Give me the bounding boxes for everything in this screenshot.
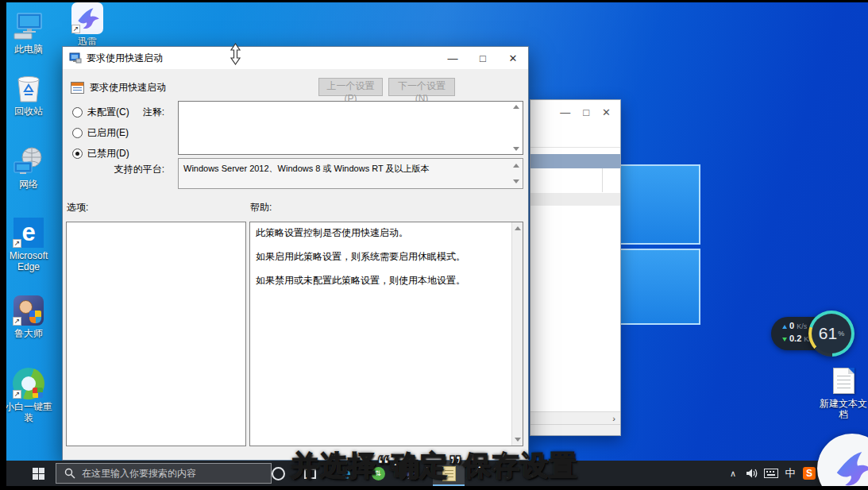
policy-setting-icon xyxy=(71,82,84,94)
close-button[interactable]: ✕ xyxy=(498,47,528,69)
shortcut-arrow-icon: ↗ xyxy=(71,25,80,33)
edge-icon: e ↗ xyxy=(13,218,44,248)
column-divider xyxy=(602,168,603,192)
progress-percent-unit: % xyxy=(838,330,844,338)
vertical-scrollbar[interactable] xyxy=(511,222,523,446)
horizontal-scrollbar[interactable]: › xyxy=(530,411,620,424)
radio-disabled[interactable]: 已禁用(D) xyxy=(72,147,129,160)
comment-textarea[interactable] xyxy=(178,101,523,155)
close-button[interactable]: ✕ xyxy=(602,106,611,118)
help-panel[interactable]: 此策略设置控制是否使用快速启动。 如果启用此策略设置，则系统需要启用休眠模式。 … xyxy=(249,222,523,446)
desktop-icon-this-pc[interactable]: 此电脑 xyxy=(2,11,56,55)
help-paragraph: 如果禁用或未配置此策略设置，则使用本地设置。 xyxy=(256,275,507,287)
policy-setting-dialog: 要求使用快速启动 — □ ✕ 要求使用快速启动 上一个设置(P) 下一个设置(N… xyxy=(62,46,529,461)
setting-header: 要求使用快速启动 xyxy=(63,77,528,98)
policy-window-icon xyxy=(69,52,82,64)
options-label: 选项: xyxy=(67,201,88,214)
minimize-button[interactable]: — xyxy=(438,47,468,69)
desktop-icon-microsoft-edge[interactable]: e ↗ Microsoft Edge xyxy=(2,218,56,272)
download-arrow-icon xyxy=(782,338,787,341)
radio-circle-icon xyxy=(72,128,83,138)
window-titlebar: — □ ✕ xyxy=(530,100,620,124)
desktop-icon-ludashi[interactable]: ↗ 鲁大师 xyxy=(2,295,56,339)
desktop-icon-label: 此电脑 xyxy=(14,44,43,55)
desktop-icon-new-text-document[interactable]: 新建文本文档 xyxy=(818,365,868,420)
edge-glyph: e xyxy=(21,218,35,247)
upload-speed-value: 0 xyxy=(789,321,794,330)
radio-not-configured[interactable]: 未配置(C) xyxy=(72,106,129,119)
upload-speed-unit: K/s xyxy=(797,322,807,330)
setting-name: 要求使用快速启动 xyxy=(90,81,166,95)
scroll-right-arrow-icon[interactable]: › xyxy=(612,414,615,423)
network-icon xyxy=(13,146,44,176)
radio-label: 已启用(E) xyxy=(87,126,129,140)
next-setting-button[interactable]: 下一个设置(N) xyxy=(388,78,455,96)
supported-platforms-label: 支持的平台: xyxy=(114,163,164,176)
screen-edge-bottom xyxy=(0,486,868,490)
this-pc-icon xyxy=(13,11,44,41)
dialog-title: 要求使用快速启动 xyxy=(87,52,438,65)
previous-setting-button[interactable]: 上一个设置(P) xyxy=(318,78,383,96)
window-toolbar xyxy=(530,124,620,148)
desktop-icon-label: 网络 xyxy=(19,179,38,190)
scroll-up-arrow-icon[interactable] xyxy=(513,105,519,109)
radio-circle-icon xyxy=(72,107,83,118)
desktop-icon-label: 迅雷 xyxy=(78,36,97,47)
scroll-up-arrow-icon[interactable] xyxy=(515,226,521,230)
supported-platforms-box[interactable]: Windows Server 2012、Windows 8 或 Windows … xyxy=(178,158,523,189)
progress-ring[interactable]: 61 % xyxy=(808,311,854,357)
scroll-up-arrow-icon[interactable] xyxy=(513,164,519,168)
status-bar xyxy=(530,424,620,435)
maximize-button[interactable]: □ xyxy=(468,47,498,69)
minimize-button[interactable]: — xyxy=(560,106,570,118)
desktop-icon-xiaobai[interactable]: ↗ 小白一键重装 xyxy=(2,368,56,423)
dialog-titlebar[interactable]: 要求使用快速启动 — □ ✕ xyxy=(63,47,528,69)
supported-platforms-value: Windows Server 2012、Windows 8 或 Windows … xyxy=(183,164,430,173)
maximize-button[interactable]: □ xyxy=(583,106,589,118)
xiaobai-icon: ↗ xyxy=(13,368,44,399)
radio-label: 未配置(C) xyxy=(87,106,129,119)
shortcut-arrow-icon: ↗ xyxy=(13,317,21,326)
desktop-icon-label: 回收站 xyxy=(14,106,43,117)
ludashi-icon: ↗ xyxy=(13,295,44,326)
help-label: 帮助: xyxy=(250,201,272,214)
desktop-icon-label: 小白一键重装 xyxy=(2,401,55,423)
screen-edge-top xyxy=(0,0,868,2)
upload-arrow-icon xyxy=(782,325,787,329)
scroll-down-arrow-icon[interactable] xyxy=(513,179,519,183)
desktop-icon-xunlei[interactable]: ↗ 迅雷 xyxy=(60,3,114,47)
list-row-highlight xyxy=(530,193,620,206)
video-subtitle: 并选择“确定”保存设置 xyxy=(0,447,868,484)
download-speed-value: 0.2 xyxy=(789,334,801,343)
scroll-down-arrow-icon[interactable] xyxy=(513,147,519,151)
help-text: 此策略设置控制是否使用快速启动。 如果启用此策略设置，则系统需要启用休眠模式。 … xyxy=(250,222,511,446)
shortcut-arrow-icon: ↗ xyxy=(13,239,21,248)
screen: 此电脑 回收站 网络 e ↗ M xyxy=(0,0,868,490)
comment-label: 注释: xyxy=(134,106,164,119)
progress-percent: 61 xyxy=(819,324,837,343)
group-policy-editor-window[interactable]: — □ ✕ › xyxy=(530,99,621,436)
text-document-icon xyxy=(827,365,859,395)
radio-label: 已禁用(D) xyxy=(87,147,129,160)
screen-edge-left xyxy=(0,0,6,490)
radio-circle-icon xyxy=(72,149,83,159)
resize-cursor-icon xyxy=(230,43,241,65)
desktop-icon-network[interactable]: 网络 xyxy=(2,146,56,190)
help-paragraph: 此策略设置控制是否使用快速启动。 xyxy=(256,227,507,239)
xunlei-bird-icon xyxy=(830,446,868,490)
recycle-bin-icon xyxy=(13,73,44,103)
radio-enabled[interactable]: 已启用(E) xyxy=(72,126,129,140)
options-panel[interactable] xyxy=(66,222,246,446)
scroll-down-arrow-icon[interactable] xyxy=(515,438,521,442)
column-header-band xyxy=(530,154,620,168)
help-paragraph: 如果启用此策略设置，则系统需要启用休眠模式。 xyxy=(256,251,507,263)
desktop-icon-label: Microsoft Edge xyxy=(2,250,55,272)
desktop-icon-recycle-bin[interactable]: 回收站 xyxy=(2,73,56,117)
xunlei-icon: ↗ xyxy=(71,3,103,33)
shortcut-arrow-icon: ↗ xyxy=(13,390,21,399)
desktop-icon-label: 新建文本文档 xyxy=(818,398,868,420)
desktop-icon-label: 鲁大师 xyxy=(14,328,43,339)
